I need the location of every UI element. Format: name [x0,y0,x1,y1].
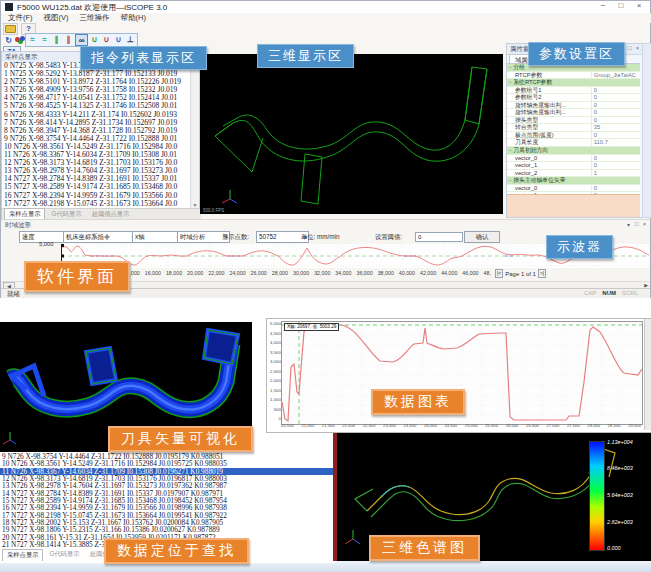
wave-green-icon[interactable]: ≈ [39,34,50,44]
dock-menu-icon[interactable]: ▾ [625,221,632,228]
close-icon[interactable]: × [632,1,646,10]
property-row[interactable]: 摆头主动轴单位矢量 [507,177,640,185]
table-row[interactable]: 18 N727 X-98.2002 Y-15.153 Z-31.1667 I0.… [0,519,336,526]
table-row[interactable]: 12 N726 X-98.3173 Y-14.6819 Z-31.1703 I0… [0,475,336,482]
property-value[interactable]: 0 [592,117,640,124]
collapsed-panel-strip[interactable] [642,43,651,218]
property-row[interactable]: 转台类型 35 [507,124,640,132]
property-value[interactable]: 0 [592,87,640,94]
threshold-input[interactable]: 0 [415,232,463,242]
property-value[interactable]: 1 [592,170,640,177]
gcode-row[interactable]: 13 N726 X-98.2978 Y-14.7604 Z-31.1697 I0… [2,167,191,175]
table-row[interactable]: 17 N727 X-98.2198 Y-15.0745 Z-31.1673 I0… [0,512,336,519]
gcode-row[interactable]: 9 N726 X-98.3754 Y-14.4464 Z-31.1722 I0.… [2,135,191,143]
dock-pin-icon[interactable]: □ [626,45,633,51]
property-row[interactable]: 系统RTCP参数 [507,79,640,87]
hatch-red-icon[interactable]: ∥ [63,34,74,44]
property-value[interactable]: 0 [592,102,640,109]
hatch-green-icon[interactable]: ∥ [51,34,62,44]
gcode-row[interactable]: 14 N727 X-98.2784 Y-14.8389 Z-31.1691 I0… [2,175,191,183]
menu-item[interactable]: 文件(F) [8,13,33,23]
property-value[interactable]: 35 [592,124,640,131]
gcode-row[interactable]: 7 N726 X-98.414 Y-14.2895 Z-31.1734 I0.1… [2,119,191,127]
gcode-row[interactable]: 2 N725 X-98.5101 Y-13.8972 Z-31.1764 I0.… [2,78,191,86]
table-row[interactable]: 15 N727 X-98.2589 Y-14.9174 Z-31.1685 I0… [0,497,336,504]
vector-u-blue-icon[interactable]: ∪ [113,34,124,44]
property-row[interactable]: 旋转轴角度输出判... 0 [507,102,640,110]
maximize-icon[interactable]: □ [614,1,628,10]
property-row[interactable]: vector_2 1 [507,170,640,178]
menu-item[interactable]: 三维操作 [80,13,110,23]
property-value[interactable]: 0 [592,94,640,101]
pager-first-button[interactable]: |< [495,269,503,278]
gcode-row[interactable]: 10 N726 X-98.3561 Y-14.5249 Z-31.1716 I0… [2,143,191,151]
menu-item[interactable]: 帮助(H) [121,13,146,23]
property-value[interactable] [585,147,640,154]
gcode-row[interactable]: 3 N726 X-98.4909 Y-13.9756 Z-31.1758 I0.… [2,86,191,94]
dock-close-icon[interactable]: × [641,221,648,227]
gcode-scrollbar[interactable]: ▲ ▼ [190,62,199,208]
property-value[interactable] [585,177,640,184]
gcode-row[interactable]: 16 N727 X-98.2394 Y-14.9959 Z-31.1679 I0… [2,192,191,200]
panel-tab[interactable]: G代码显示 [45,549,83,561]
gcode-row[interactable]: 4 N726 X-98.4717 Y-14.0541 Z-31.1752 I0.… [2,94,191,102]
palette-icon[interactable] [15,36,24,44]
main-3d-view[interactable]: 500.0 FPS [200,54,503,214]
property-row[interactable]: 参数组号1 0 [507,87,640,95]
unit-label: 单位: mm/min [301,233,339,242]
property-value[interactable]: 110.7 [592,139,640,146]
gcode-list[interactable]: 0 N725 X-98.5483 Y-13.7403 Z-31.1776 I0.… [2,62,191,208]
property-value[interactable]: Group_JiaTaiAC [592,72,640,79]
vector-u-green-icon[interactable]: ∪ [89,34,100,44]
dock-pin-icon[interactable]: □ [633,221,640,227]
dock-close-icon[interactable]: × [634,45,641,51]
table-row[interactable]: 19 N727 X-98.1806 Y-15.2315 Z-31.166 I0.… [0,526,336,533]
refresh-icon[interactable]: ↻ [3,35,14,45]
chart-scrollbar[interactable] [644,319,651,430]
panel-tab[interactable]: 采样点显示 [2,549,43,561]
table-row[interactable]: 11 N726 X-98.3367 Y-14.6034 Z-31.1709 I0… [0,468,336,475]
property-row[interactable]: 极点范围(弧度) 0 [507,132,640,140]
property-row[interactable]: vector_0 0 [507,185,640,193]
property-value[interactable]: 0 [592,162,640,169]
property-value[interactable]: 0 [592,155,640,162]
property-row[interactable]: 刀具长度 110.7 [507,139,640,147]
wave-teal-icon[interactable]: ≈ [27,34,38,44]
property-value[interactable]: 0 [592,185,640,192]
axis-select[interactable]: x轴 [132,231,181,243]
infinity-icon[interactable]: ∞ [75,34,88,46]
gcode-row[interactable]: 6 N726 X-98.4333 Y-14.211 Z-31.174 I0.15… [2,111,191,119]
data-chart-panel[interactable]: 5,0004,5004,0003,5003,0002,5002,0001,500… [266,318,651,433]
vector-u-red-icon[interactable]: ∪ [101,34,112,44]
property-value[interactable]: 0 [592,109,640,116]
table-row[interactable]: 10 N726 X-98.3561 Y-14.5249 Z-31.1716 I0… [0,460,336,467]
gcode-row[interactable]: 11 N726 X-98.3367 Y-14.6034 Z-31.1709 I0… [2,151,191,159]
gcode-row[interactable]: 5 N726 X-98.4525 Y-14.1325 Z-31.1746 I0.… [2,102,191,110]
table-row[interactable]: 9 N726 X-98.3754 Y-14.4464 Z-31.1722 I0.… [0,453,336,460]
property-row[interactable]: 刀具初始方向 [507,147,640,155]
property-row[interactable]: 旋转轴角度输出判... 0 [507,109,640,117]
table-row[interactable]: 16 N727 X-98.2394 Y-14.9959 Z-31.1679 I0… [0,504,336,511]
table-row[interactable]: 14 N727 X-98.2784 Y-14.8389 Z-31.1691 I0… [0,490,336,497]
property-value[interactable] [585,79,640,86]
perpendicular-icon[interactable]: ⊥ [125,34,136,44]
confirm-button[interactable]: 确认 [464,231,500,243]
table-row[interactable]: 13 N726 X-98.2978 Y-14.7604 Z-31.1697 I0… [0,482,336,489]
coordinate-select[interactable]: 机床坐标系指令 [63,231,136,243]
property-row[interactable]: 参数组号2 0 [507,94,640,102]
menu-item[interactable]: 视图(V) [44,13,69,23]
minimize-icon[interactable]: − [596,1,610,10]
property-grid[interactable]: 分组 RTCP参数 Group_JiaTaiAC 系统RTCP参数 [507,63,640,195]
property-row[interactable]: vector_0 0 [507,155,640,163]
property-row[interactable]: 摆头类型 0 [507,117,640,125]
gcode-row[interactable]: 12 N726 X-98.3173 Y-14.6819 Z-31.1703 I0… [2,159,191,167]
gcode-row[interactable]: 15 N727 X-98.2589 Y-14.9174 Z-31.1685 I0… [2,183,191,191]
gcode-row[interactable]: 1 N725 X-98.5292 Y-13.8187 Z-31.177 I0.1… [2,70,191,78]
pager-last-button[interactable]: >| [538,269,546,278]
property-row[interactable]: RTCP参数 Group_JiaTaiAC [507,72,640,80]
gcode-row[interactable]: 8 N726 X-98.3947 Y-14.368 Z-31.1728 I0.1… [2,127,191,135]
property-value[interactable]: 0 [592,132,640,139]
gcode-row[interactable]: 17 N727 X-98.2198 Y-15.0745 Z-31.1673 I0… [2,200,191,208]
open-file-button[interactable] [3,23,18,35]
property-row[interactable]: vector_1 0 [507,162,640,170]
